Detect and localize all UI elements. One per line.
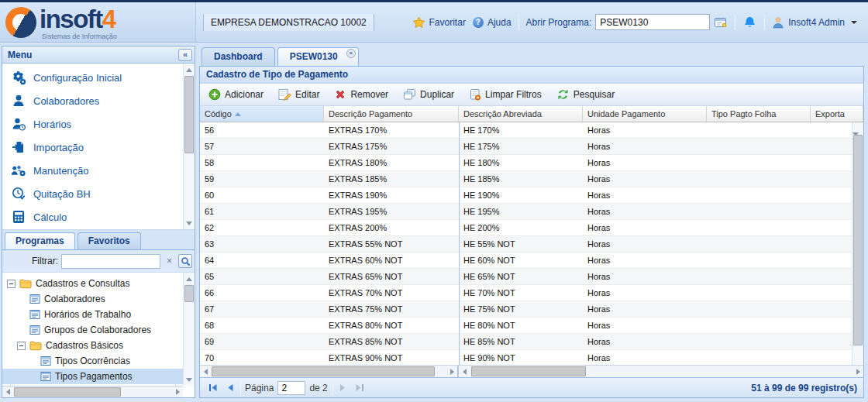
next-page-button-disabled[interactable] xyxy=(336,381,350,394)
open-program-input[interactable] xyxy=(595,14,710,30)
scrollbar-thumb[interactable] xyxy=(853,135,863,345)
page-number-input[interactable] xyxy=(277,381,305,395)
locked-hscrollbar[interactable] xyxy=(200,366,459,377)
menu-item[interactable]: Colaboradores xyxy=(4,89,195,112)
scroll-up-icon[interactable] xyxy=(184,64,195,75)
table-row[interactable]: 69EXTRAS 85% NOTHE 85% NOTHoras xyxy=(200,334,863,350)
first-page-button[interactable] xyxy=(206,381,219,394)
logo-subtitle: Sistemas de Informação xyxy=(42,33,117,40)
scroll-right-icon[interactable] xyxy=(446,366,457,377)
table-row[interactable]: 59EXTRAS 185%HE 185%Horas xyxy=(200,171,863,187)
tab-programas[interactable]: Programas xyxy=(5,232,75,249)
tree-node[interactable]: Cadastros e Consultas xyxy=(2,276,195,291)
table-row[interactable]: 64EXTRAS 60% NOTHE 60% NOTHoras xyxy=(200,253,863,269)
main-hscrollbar[interactable] xyxy=(459,366,863,377)
table-row[interactable]: 67EXTRAS 75% NOTHE 75% NOTHoras xyxy=(200,301,863,318)
table-row[interactable]: 57EXTRAS 175%HE 175%Horas xyxy=(200,139,863,155)
collapse-node-icon[interactable] xyxy=(7,280,16,288)
menu-item[interactable]: Importação xyxy=(4,136,195,159)
toolbar-button[interactable]: Adicionar xyxy=(206,87,266,102)
table-cell: HE 90% NOT xyxy=(459,350,583,365)
tree-node[interactable]: Colaboradores xyxy=(2,291,195,307)
close-tab-icon[interactable] xyxy=(346,49,356,58)
toolbar-button[interactable]: Remover xyxy=(332,87,391,102)
column-header[interactable]: Exporta xyxy=(811,106,863,122)
menu-item[interactable]: Configuração Inicial xyxy=(4,66,195,89)
toolbar-button[interactable]: Editar xyxy=(276,87,322,102)
help-button[interactable]: Ajuda xyxy=(473,17,512,28)
column-header[interactable]: Código xyxy=(200,106,324,122)
table-row[interactable]: 62EXTRAS 200%HE 200%Horas xyxy=(200,220,863,236)
scroll-right-icon[interactable] xyxy=(852,366,863,377)
table-cell: EXTRAS 170% xyxy=(324,122,459,138)
column-header[interactable]: Descrição Abreviada xyxy=(459,106,583,122)
tree-node[interactable]: Cadastros Básicos xyxy=(2,338,195,353)
scroll-left-icon[interactable] xyxy=(200,366,211,377)
scroll-right-icon[interactable] xyxy=(172,387,183,397)
table-cell: EXTRAS 185% xyxy=(324,171,459,187)
table-cell: EXTRAS 200% xyxy=(324,220,459,235)
scrollbar-thumb[interactable] xyxy=(212,366,435,376)
company-name: EMPRESA DEMONSTRACAO 10002 xyxy=(203,14,374,31)
open-program-label: Abrir Programa: xyxy=(526,17,592,28)
last-page-button-disabled[interactable] xyxy=(353,381,367,394)
table-row[interactable]: 61EXTRAS 195%HE 195%Horas xyxy=(200,204,863,220)
table-row[interactable]: 56EXTRAS 170%HE 170%Horas xyxy=(200,122,863,139)
collapse-node-icon[interactable] xyxy=(17,342,26,350)
toolbar-button[interactable]: Duplicar xyxy=(401,87,456,102)
menu-item[interactable]: Quitação BH xyxy=(4,182,195,205)
favorite-button[interactable]: Favoritar xyxy=(412,16,466,29)
toolbar-button[interactable]: Pesquisar xyxy=(554,87,617,102)
table-row[interactable]: 60EXTRAS 190%HE 190%Horas xyxy=(200,187,863,204)
table-row[interactable]: 66EXTRAS 70% NOTHE 70% NOTHoras xyxy=(200,285,863,301)
tree-node[interactable]: Tipos Pagamentos xyxy=(2,369,195,384)
tree-hscrollbar[interactable] xyxy=(2,386,183,397)
tree-node[interactable]: Grupos de Colaboradores xyxy=(2,322,195,338)
table-row[interactable]: 70EXTRAS 90% NOTHE 90% NOTHoras xyxy=(200,350,863,365)
scrollbar-thumb[interactable] xyxy=(14,387,121,397)
scroll-left-icon[interactable] xyxy=(459,366,470,377)
table-cell: HE 85% NOT xyxy=(459,334,583,349)
scrollbar-thumb[interactable] xyxy=(471,366,586,376)
table-row[interactable]: 63EXTRAS 55% NOTHE 55% NOTHoras xyxy=(200,236,863,253)
column-header[interactable]: Tipo Pagto Folha xyxy=(707,106,811,122)
separator xyxy=(518,15,519,30)
scrollbar-thumb[interactable] xyxy=(184,76,194,153)
menu-scrollbar[interactable] xyxy=(183,64,195,229)
scroll-down-icon[interactable] xyxy=(184,374,195,385)
scroll-up-icon[interactable] xyxy=(184,273,195,284)
scroll-down-icon[interactable] xyxy=(184,218,195,228)
scrollbar-thumb[interactable] xyxy=(184,285,194,302)
search-icon[interactable] xyxy=(178,254,192,268)
clear-filter-icon[interactable] xyxy=(164,255,175,268)
notifications-bell-icon[interactable] xyxy=(742,15,757,29)
menu-item[interactable]: Cálculo xyxy=(4,205,195,228)
column-header[interactable]: Unidade Pagamento xyxy=(583,106,707,122)
table-row[interactable]: 65EXTRAS 65% NOTHE 65% NOTHoras xyxy=(200,269,863,285)
toolbar-button[interactable]: Limpar Filtros xyxy=(467,87,544,102)
table-row[interactable]: 58EXTRAS 180%HE 180%Horas xyxy=(200,155,863,171)
tree-node[interactable]: Horários de Trabalho xyxy=(2,307,195,322)
user-menu[interactable]: Insoft4 Admin xyxy=(772,16,857,29)
table-cell xyxy=(707,220,811,235)
tab-psew0130[interactable]: PSEW0130 xyxy=(277,47,359,66)
open-program-icon[interactable] xyxy=(714,16,728,29)
tree-scrollbar[interactable] xyxy=(183,273,195,386)
filter-input[interactable] xyxy=(61,254,160,269)
table-cell: EXTRAS 190% xyxy=(324,187,459,203)
tab-favoritos[interactable]: Favoritos xyxy=(78,232,141,249)
collapse-sidebar-button[interactable] xyxy=(178,49,192,61)
grid-scrollbar[interactable] xyxy=(852,122,863,365)
tree-node[interactable]: Tipos Ocorrências xyxy=(2,353,195,369)
separator xyxy=(332,380,332,396)
menu-item[interactable]: Horários xyxy=(4,112,195,136)
table-cell: HE 170% xyxy=(459,122,583,138)
tab-dashboard[interactable]: Dashboard xyxy=(202,47,275,66)
column-header[interactable]: Descrição Pagamento xyxy=(324,106,459,122)
table-row[interactable]: 68EXTRAS 80% NOTHE 80% NOTHoras xyxy=(200,318,863,334)
table-cell: Horas xyxy=(583,253,707,268)
scroll-left-icon[interactable] xyxy=(2,387,13,397)
menu-item[interactable]: Manutenção xyxy=(4,159,195,182)
prev-page-button[interactable] xyxy=(223,381,236,394)
app-window: insoft4 Sistemas de Informação EMPRESA D… xyxy=(0,0,868,402)
